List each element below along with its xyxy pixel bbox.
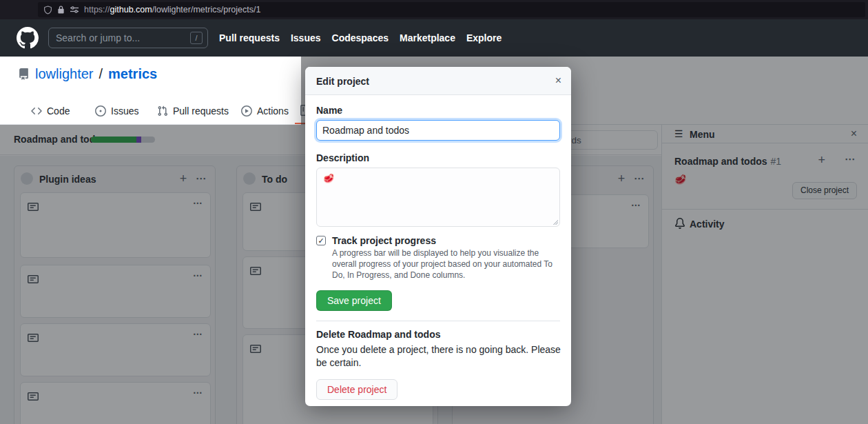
track-progress-help: A progress bar will be displayed to help… <box>332 248 565 281</box>
description-area: 🥩 <box>316 168 560 227</box>
delete-heading: Delete Roadmap and todos <box>316 329 560 340</box>
nav-codespaces[interactable]: Codespaces <box>332 32 389 43</box>
pull-request-icon <box>157 105 168 117</box>
url-protocol: https:// <box>84 5 110 14</box>
lock-icon <box>57 6 65 14</box>
modal-divider <box>316 321 560 321</box>
global-search[interactable]: / <box>48 28 208 48</box>
project-description-textarea[interactable]: 🥩 <box>316 168 560 227</box>
modal-body: Name Description 🥩 ✓ Track project progr… <box>305 95 571 400</box>
url-text[interactable]: https://github.com/lowlighter/metrics/pr… <box>84 5 260 14</box>
tab-issues[interactable]: Issues <box>90 98 144 124</box>
tab-pull-requests[interactable]: Pull requests <box>152 98 234 124</box>
modal-header: Edit project × <box>305 67 571 95</box>
tab-label: Pull requests <box>173 105 229 117</box>
modal-close-icon[interactable]: × <box>555 74 561 87</box>
repo-name-link[interactable]: metrics <box>108 66 157 82</box>
url-path: /lowlighter/metrics/projects/1 <box>152 5 261 14</box>
track-progress-checkbox[interactable]: ✓ <box>316 236 326 245</box>
browser-bar: https://github.com/lowlighter/metrics/pr… <box>0 0 868 19</box>
nav-issues[interactable]: Issues <box>291 32 321 43</box>
resize-handle[interactable] <box>552 219 558 225</box>
tab-label: Actions <box>257 105 289 117</box>
breadcrumb: lowlighter / metrics <box>18 66 157 82</box>
slash-key-badge: / <box>190 32 203 44</box>
tab-label: Issues <box>111 105 138 117</box>
search-input[interactable] <box>49 32 180 43</box>
permissions-icon[interactable] <box>70 6 79 14</box>
modal-title: Edit project <box>316 76 369 87</box>
repo-icon <box>18 68 30 80</box>
tab-actions[interactable]: Actions <box>236 98 294 124</box>
url-domain: github.com <box>110 5 152 14</box>
track-progress-label: Track project progress <box>332 235 436 246</box>
address-bar[interactable]: https://github.com/lowlighter/metrics/pr… <box>38 2 865 17</box>
github-nav: Pull requests Issues Codespaces Marketpl… <box>219 32 502 43</box>
shield-icon[interactable] <box>43 6 52 14</box>
screen: https://github.com/lowlighter/metrics/pr… <box>0 0 868 424</box>
description-label: Description <box>316 152 560 163</box>
github-header: / Pull requests Issues Codespaces Market… <box>0 19 868 57</box>
breadcrumb-separator: / <box>99 66 103 82</box>
track-progress-row: ✓ Track project progress <box>316 235 560 246</box>
delete-warning: Once you delete a project, there is no g… <box>316 343 561 370</box>
delete-project-button[interactable]: Delete project <box>316 379 397 400</box>
name-label: Name <box>316 105 560 116</box>
play-icon <box>241 105 252 117</box>
project-name-input[interactable] <box>316 120 560 141</box>
github-logo-icon[interactable] <box>17 27 39 49</box>
repo-owner-link[interactable]: lowlighter <box>35 66 93 82</box>
tab-label: Code <box>47 105 70 117</box>
nav-explore[interactable]: Explore <box>466 32 502 43</box>
save-project-button[interactable]: Save project <box>316 290 392 311</box>
code-icon <box>31 105 42 117</box>
tab-code[interactable]: Code <box>25 98 75 124</box>
nav-marketplace[interactable]: Marketplace <box>400 32 455 43</box>
issue-icon <box>95 105 106 117</box>
nav-pull-requests[interactable]: Pull requests <box>219 32 280 43</box>
edit-project-modal: Edit project × Name Description 🥩 ✓ Trac… <box>305 67 571 406</box>
